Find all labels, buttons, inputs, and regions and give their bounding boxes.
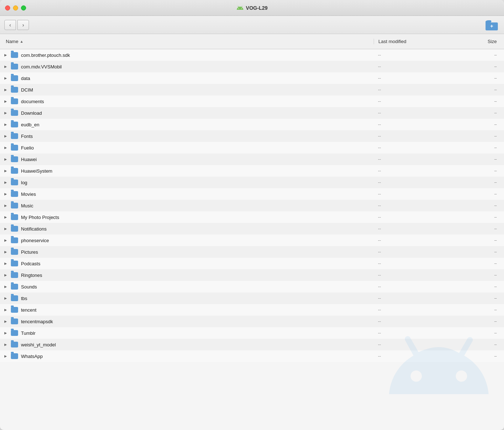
expand-arrow-icon[interactable]: ▶ bbox=[3, 123, 8, 126]
folder-icon bbox=[11, 145, 18, 151]
expand-arrow-icon[interactable]: ▶ bbox=[3, 308, 8, 312]
file-name-label: Music bbox=[21, 203, 33, 208]
table-row[interactable]: ▶ DCIM -- – bbox=[0, 84, 504, 96]
file-name-label: tencent bbox=[21, 307, 37, 313]
close-button[interactable] bbox=[5, 5, 10, 10]
minimize-button[interactable] bbox=[13, 5, 18, 10]
file-name-cell: ▶ Fonts bbox=[0, 133, 374, 139]
file-name-label: log bbox=[21, 180, 27, 185]
table-row[interactable]: ▶ Huawei -- – bbox=[0, 153, 504, 165]
expand-arrow-icon[interactable]: ▶ bbox=[3, 100, 8, 103]
expand-arrow-icon[interactable]: ▶ bbox=[3, 331, 8, 335]
expand-arrow-icon[interactable]: ▶ bbox=[3, 215, 8, 219]
name-column-header[interactable]: Name ▲ bbox=[0, 39, 374, 44]
file-name-label: Pictures bbox=[21, 249, 38, 255]
file-name-cell: ▶ log bbox=[0, 180, 374, 185]
table-row[interactable]: ▶ tencent -- – bbox=[0, 304, 504, 316]
file-size-cell: – bbox=[468, 203, 504, 208]
file-size-cell: – bbox=[468, 273, 504, 278]
expand-arrow-icon[interactable]: ▶ bbox=[3, 169, 8, 173]
folder-icon bbox=[11, 98, 18, 104]
expand-arrow-icon[interactable]: ▶ bbox=[3, 192, 8, 196]
file-modified-cell: -- bbox=[374, 76, 468, 81]
expand-arrow-icon[interactable]: ▶ bbox=[3, 227, 8, 231]
size-column-header[interactable]: Size bbox=[468, 39, 504, 44]
table-row[interactable]: ▶ HuaweiSystem -- – bbox=[0, 165, 504, 177]
table-row[interactable]: ▶ Ringtones -- – bbox=[0, 269, 504, 281]
table-row[interactable]: ▶ com.mdv.VVSMobil -- – bbox=[0, 61, 504, 72]
table-row[interactable]: ▶ Notifications -- – bbox=[0, 223, 504, 235]
table-row[interactable]: ▶ Pictures -- – bbox=[0, 246, 504, 258]
file-name-label: Huawei bbox=[21, 157, 37, 162]
table-row[interactable]: ▶ phoneservice -- – bbox=[0, 235, 504, 246]
file-name-label: Notifications bbox=[21, 226, 47, 232]
file-size-cell: – bbox=[468, 87, 504, 92]
expand-arrow-icon[interactable]: ▶ bbox=[3, 320, 8, 323]
table-row[interactable]: ▶ log -- – bbox=[0, 177, 504, 188]
table-row[interactable]: ▶ data -- – bbox=[0, 72, 504, 84]
expand-arrow-icon[interactable]: ▶ bbox=[3, 296, 8, 300]
expand-arrow-icon[interactable]: ▶ bbox=[3, 239, 8, 242]
expand-arrow-icon[interactable]: ▶ bbox=[3, 285, 8, 288]
expand-arrow-icon[interactable]: ▶ bbox=[3, 111, 8, 115]
table-row[interactable]: ▶ Sounds -- – bbox=[0, 281, 504, 292]
file-modified-cell: -- bbox=[374, 134, 468, 139]
table-row[interactable]: ▶ weishi_yt_model -- – bbox=[0, 339, 504, 350]
new-folder-button[interactable]: + bbox=[484, 18, 500, 31]
file-name-label: eudb_en bbox=[21, 122, 39, 127]
table-row[interactable]: ▶ tencentmapsdk -- – bbox=[0, 316, 504, 327]
table-row[interactable]: ▶ My Photo Projects -- – bbox=[0, 211, 504, 223]
file-name-cell: ▶ data bbox=[0, 75, 374, 81]
expand-arrow-icon[interactable]: ▶ bbox=[3, 88, 8, 92]
folder-icon bbox=[11, 122, 18, 127]
file-name-label: Fonts bbox=[21, 134, 33, 139]
file-size-cell: – bbox=[468, 52, 504, 58]
expand-arrow-icon[interactable]: ▶ bbox=[3, 65, 8, 68]
folder-icon bbox=[11, 75, 18, 81]
expand-arrow-icon[interactable]: ▶ bbox=[3, 157, 8, 161]
table-row[interactable]: ▶ Fonts -- – bbox=[0, 130, 504, 142]
table-row[interactable]: ▶ Tumblr -- – bbox=[0, 327, 504, 339]
file-modified-cell: -- bbox=[374, 284, 468, 289]
expand-arrow-icon[interactable]: ▶ bbox=[3, 273, 8, 277]
expand-arrow-icon[interactable]: ▶ bbox=[3, 204, 8, 207]
android-title-icon bbox=[236, 4, 244, 12]
expand-arrow-icon[interactable]: ▶ bbox=[3, 181, 8, 184]
file-modified-cell: -- bbox=[374, 87, 468, 92]
folder-icon bbox=[11, 214, 18, 220]
navigation-buttons: ‹ › bbox=[4, 20, 29, 30]
file-modified-cell: -- bbox=[374, 249, 468, 254]
maximize-button[interactable] bbox=[21, 5, 26, 10]
table-row[interactable]: ▶ eudb_en -- – bbox=[0, 119, 504, 130]
file-name-cell: ▶ com.mdv.VVSMobil bbox=[0, 64, 374, 69]
table-row[interactable]: ▶ tbs -- – bbox=[0, 292, 504, 304]
table-row[interactable]: ▶ Download -- – bbox=[0, 107, 504, 119]
expand-arrow-icon[interactable]: ▶ bbox=[3, 262, 8, 265]
table-row[interactable]: ▶ Podcasts -- – bbox=[0, 258, 504, 269]
folder-icon bbox=[11, 203, 18, 208]
table-row[interactable]: ▶ com.brother.ptouch.sdk -- – bbox=[0, 49, 504, 61]
forward-button[interactable]: › bbox=[17, 20, 29, 30]
expand-arrow-icon[interactable]: ▶ bbox=[3, 53, 8, 57]
file-name-label: phoneservice bbox=[21, 238, 49, 243]
table-row[interactable]: ▶ Movies -- – bbox=[0, 188, 504, 200]
expand-arrow-icon[interactable]: ▶ bbox=[3, 146, 8, 149]
file-modified-cell: -- bbox=[374, 273, 468, 278]
file-list[interactable]: ▶ com.brother.ptouch.sdk -- – ▶ com.mdv.… bbox=[0, 49, 504, 430]
file-name-cell: ▶ com.brother.ptouch.sdk bbox=[0, 52, 374, 58]
modified-column-header[interactable]: Last modified bbox=[374, 39, 468, 44]
table-row[interactable]: ▶ Fuelio -- – bbox=[0, 142, 504, 153]
table-row[interactable]: ▶ documents -- – bbox=[0, 96, 504, 107]
table-row[interactable]: ▶ Music -- – bbox=[0, 200, 504, 211]
file-name-label: Download bbox=[21, 110, 42, 116]
file-size-cell: – bbox=[468, 330, 504, 336]
expand-arrow-icon[interactable]: ▶ bbox=[3, 76, 8, 80]
table-row[interactable]: ▶ WhatsApp -- – bbox=[0, 350, 504, 362]
expand-arrow-icon[interactable]: ▶ bbox=[3, 343, 8, 346]
file-size-cell: – bbox=[468, 307, 504, 312]
expand-arrow-icon[interactable]: ▶ bbox=[3, 134, 8, 138]
expand-arrow-icon[interactable]: ▶ bbox=[3, 354, 8, 358]
back-button[interactable]: ‹ bbox=[4, 20, 16, 30]
file-rows-container: ▶ com.brother.ptouch.sdk -- – ▶ com.mdv.… bbox=[0, 49, 504, 362]
expand-arrow-icon[interactable]: ▶ bbox=[3, 250, 8, 254]
